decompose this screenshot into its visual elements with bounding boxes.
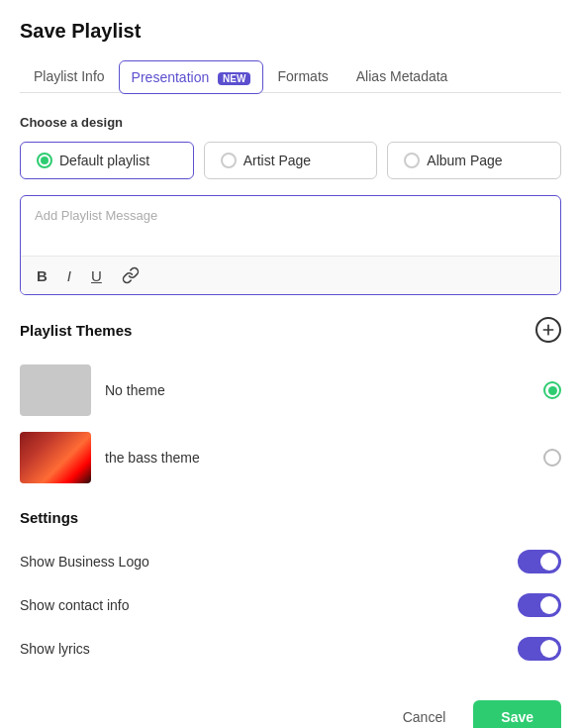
- link-button[interactable]: [118, 264, 144, 286]
- playlist-message-box[interactable]: Add Playlist Message B I U: [20, 195, 561, 295]
- design-option-album-label: Album Page: [427, 153, 502, 168]
- save-button[interactable]: Save: [473, 700, 561, 728]
- tab-playlist-info[interactable]: Playlist Info: [20, 60, 119, 92]
- bass-theme-label: the bass theme: [105, 450, 530, 466]
- no-theme-radio: [543, 381, 561, 399]
- theme-item-no-theme[interactable]: No theme: [20, 357, 561, 424]
- bold-button[interactable]: B: [33, 265, 51, 286]
- design-option-default[interactable]: Default playlist: [20, 142, 194, 179]
- setting-row-business-logo: Show Business Logo: [20, 540, 561, 583]
- setting-row-contact-info: Show contact info: [20, 583, 561, 627]
- business-logo-toggle[interactable]: [518, 550, 561, 573]
- underline-button[interactable]: U: [87, 265, 106, 286]
- bass-theme-thumbnail: [20, 432, 91, 483]
- design-option-album[interactable]: Album Page: [387, 142, 561, 179]
- contact-info-toggle[interactable]: [518, 593, 561, 617]
- theme-item-bass[interactable]: the bass theme: [20, 424, 561, 491]
- design-option-artist[interactable]: Artist Page: [204, 142, 378, 179]
- cancel-button[interactable]: Cancel: [387, 701, 462, 728]
- design-option-artist-label: Artist Page: [243, 153, 311, 168]
- add-theme-button[interactable]: [535, 317, 561, 343]
- footer-actions: Cancel Save: [20, 700, 561, 728]
- design-section-label: Choose a design: [20, 115, 561, 130]
- settings-section: Settings Show Business Logo Show contact…: [20, 509, 561, 671]
- lyrics-toggle[interactable]: [518, 637, 561, 661]
- no-theme-thumbnail: [20, 364, 91, 416]
- themes-header: Playlist Themes: [20, 317, 561, 343]
- tab-presentation[interactable]: Presentation NEW: [119, 60, 264, 94]
- no-theme-label: No theme: [105, 382, 530, 398]
- message-placeholder[interactable]: Add Playlist Message: [21, 196, 560, 256]
- themes-title: Playlist Themes: [20, 322, 132, 339]
- presentation-badge: NEW: [218, 72, 250, 85]
- page-title: Save Playlist: [20, 20, 561, 43]
- business-logo-label: Show Business Logo: [20, 554, 149, 570]
- bass-theme-radio: [543, 449, 561, 467]
- design-options: Default playlist Artist Page Album Page: [20, 142, 561, 179]
- radio-default: [37, 153, 52, 168]
- contact-info-label: Show contact info: [20, 597, 130, 613]
- tab-formats[interactable]: Formats: [263, 60, 341, 92]
- tab-bar: Playlist Info Presentation NEW Formats A…: [20, 60, 561, 93]
- radio-album: [404, 153, 420, 168]
- setting-row-lyrics: Show lyrics: [20, 627, 561, 671]
- settings-title: Settings: [20, 509, 561, 526]
- radio-artist: [221, 153, 237, 168]
- italic-button[interactable]: I: [63, 265, 75, 286]
- design-option-default-label: Default playlist: [59, 153, 149, 168]
- tab-alias-metadata[interactable]: Alias Metadata: [342, 60, 462, 92]
- lyrics-label: Show lyrics: [20, 641, 90, 657]
- message-toolbar: B I U: [21, 256, 560, 294]
